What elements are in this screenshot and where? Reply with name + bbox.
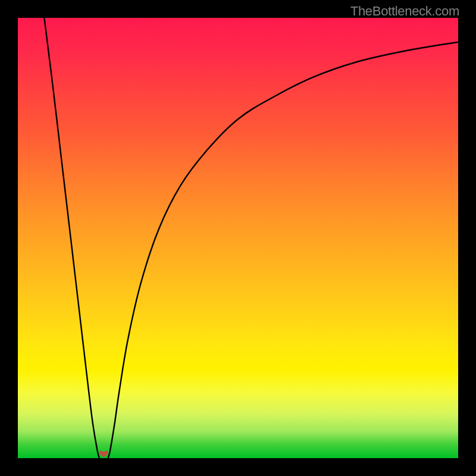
curve-left-branch (44, 18, 99, 458)
curve-right-branch (108, 42, 458, 458)
sweet-spot-marker (99, 451, 108, 458)
plot-area (18, 18, 458, 458)
curve-svg (18, 18, 458, 458)
watermark-text: TheBottleneck.com (350, 4, 459, 19)
chart-frame: TheBottleneck.com (0, 0, 476, 476)
